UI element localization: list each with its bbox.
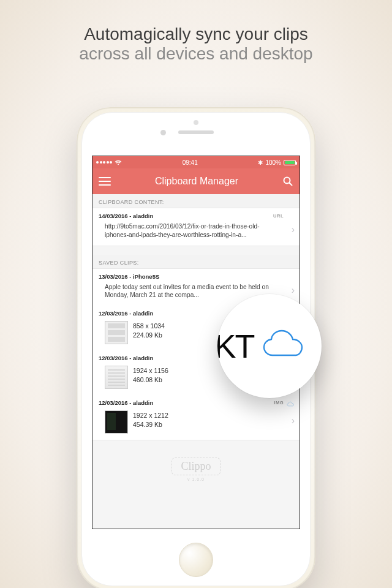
status-bar: 09:41 ✱ 100%: [92, 156, 300, 168]
clip-image-info: 1922 x 1212454.39 Kb: [133, 409, 168, 429]
phone-speaker: [178, 130, 214, 134]
chevron-right-icon: ›: [292, 225, 295, 236]
section-header-saved: SAVED CLIPS:: [92, 255, 300, 268]
section-header-current: CLIPBOARD CONTENT:: [92, 194, 300, 208]
clip-image-info: 1924 x 1156460.08 Kb: [133, 364, 168, 385]
headline-line-1: Automagically sync your clips: [0, 24, 392, 44]
clip-thumbnail: [105, 321, 128, 344]
battery-icon: [284, 160, 296, 165]
signal-strength-icon: [96, 161, 112, 164]
phone-camera: [160, 130, 166, 135]
clip-content-text: http://9to5mac.com/2016/03/12/fix-or-tra…: [99, 222, 295, 239]
page-title: Clipboard Manager: [155, 176, 238, 187]
app-footer-logo: Clippo v 1.0.0: [92, 458, 300, 481]
search-button[interactable]: [282, 176, 293, 187]
bluetooth-icon: ✱: [258, 159, 263, 166]
chevron-right-icon: ›: [292, 285, 295, 296]
clip-thumbnail: [105, 366, 128, 389]
app-navbar: Clipboard Manager: [92, 168, 300, 194]
wifi-icon: [115, 160, 122, 165]
status-time: 09:41: [183, 159, 198, 166]
clip-meta: 14/03/2016 - aladdin: [99, 213, 295, 219]
clip-row-current[interactable]: 14/03/2016 - aladdin URL http://9to5mac.…: [92, 208, 300, 246]
menu-button[interactable]: [99, 177, 111, 186]
clip-meta: 13/03/2016 - iPhone5S: [99, 273, 295, 280]
cloud-synced-icon: [287, 399, 295, 410]
phone-home-button[interactable]: [179, 543, 213, 577]
marketing-headline: Automagically sync your clips across all…: [0, 0, 392, 64]
clip-thumbnail: [105, 410, 128, 434]
clip-row[interactable]: 12/03/2016 - aladdinIMG1922 x 1212454.39…: [92, 395, 300, 440]
callout-text-fragment: KT: [217, 327, 254, 365]
app-version: v 1.0.0: [92, 477, 300, 481]
clip-type-badge: IMG: [274, 400, 284, 405]
phone-sensor: [194, 120, 198, 125]
headline-line-2: across all devices and desktop: [0, 44, 392, 64]
chevron-right-icon: ›: [292, 415, 295, 426]
feature-callout: KT: [217, 294, 322, 398]
battery-percent: 100%: [265, 159, 281, 166]
clip-type-badge: URL: [273, 213, 284, 219]
cloud-sync-icon: [260, 328, 308, 364]
clip-image-info: 858 x 1034224.09 Kb: [133, 320, 165, 340]
brand-name: Clippo: [181, 460, 211, 472]
svg-line-1: [289, 183, 292, 186]
clip-meta: 12/03/2016 - aladdin: [99, 399, 295, 406]
